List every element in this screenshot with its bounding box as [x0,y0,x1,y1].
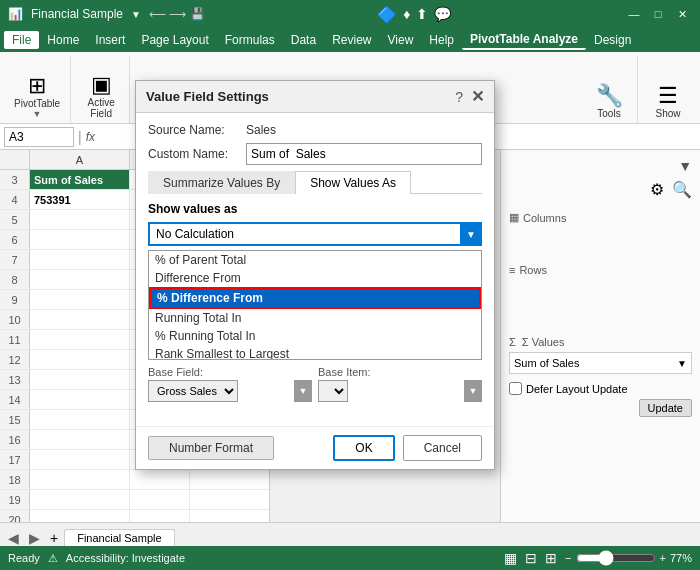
number-format-button[interactable]: Number Format [148,436,274,460]
pivot-rows-label: Rows [519,264,547,276]
modal-close-btn[interactable]: ✕ [471,87,484,106]
cell-b20[interactable] [130,510,190,522]
table-row: 19 [0,490,269,510]
pivot-values-title: Σ Σ Values [509,336,692,348]
cell-a12[interactable] [30,350,130,369]
menu-page-layout[interactable]: Page Layout [133,31,216,49]
cell-a13[interactable] [30,370,130,389]
zoom-minus-icon[interactable]: − [565,552,571,564]
row-num-12: 12 [0,350,30,369]
table-row: 18 [0,470,269,490]
cell-a9[interactable] [30,290,130,309]
sigma-icon: Σ [509,336,516,348]
pivot-expand-icon[interactable]: ▼ [678,158,692,174]
row-num-18: 18 [0,470,30,489]
row-num-9: 9 [0,290,30,309]
close-btn[interactable]: ✕ [672,4,692,24]
cloud-icon: ♦ [403,6,410,22]
row-num-3: 3 [0,170,30,189]
row-num-11: 11 [0,330,30,349]
modal-body: Source Name: Sales Custom Name: Summariz… [136,113,494,426]
list-item-running-total[interactable]: Running Total In [149,309,481,327]
cell-a18[interactable] [30,470,130,489]
cell-a5[interactable] [30,210,130,229]
menu-home[interactable]: Home [39,31,87,49]
tab-nav-left[interactable]: ◀ [4,530,23,546]
tab-nav-right[interactable]: ▶ [25,530,44,546]
active-field-btn[interactable]: ▣ ActiveField [79,72,123,121]
cell-a11[interactable] [30,330,130,349]
pivot-settings-icon[interactable]: ⚙ [650,180,664,199]
cell-a3[interactable]: Sum of Sales [30,170,130,189]
maximize-btn[interactable]: □ [648,4,668,24]
show-values-listbox[interactable]: % of Parent Total Difference From % Diff… [148,250,482,360]
pivot-icons-row: ⚙ 🔍 [509,180,692,199]
ok-button[interactable]: OK [333,435,394,461]
base-item-select[interactable] [318,380,348,402]
cell-b19[interactable] [130,490,190,509]
list-item-pct-running-total[interactable]: % Running Total In [149,327,481,345]
list-item-rank-smallest[interactable]: Rank Smallest to Largest [149,345,481,360]
pivottable-btn[interactable]: ⊞ PivotTable ▼ [10,73,64,121]
cell-a20[interactable] [30,510,130,522]
modal-footer: Number Format OK Cancel [136,426,494,469]
tab-add-icon[interactable]: + [46,530,62,546]
menu-bar: File Home Insert Page Layout Formulas Da… [0,28,700,52]
tools-label: Tools [597,108,620,119]
menu-data[interactable]: Data [283,31,324,49]
cell-a14[interactable] [30,390,130,409]
modal-help-btn[interactable]: ? [455,89,463,105]
base-field-row: Base Field: Gross Sales Sales Discounts … [148,366,482,406]
pivot-search-icon[interactable]: 🔍 [672,180,692,199]
tab-summarize-values[interactable]: Summarize Values By [148,171,295,194]
menu-formulas[interactable]: Formulas [217,31,283,49]
cell-a4[interactable]: 753391 [30,190,130,209]
cell-a15[interactable] [30,410,130,429]
base-field-arrow: ▼ [294,380,312,402]
menu-file[interactable]: File [4,31,39,49]
cell-a8[interactable] [30,270,130,289]
sheet-tab-financial[interactable]: Financial Sample [64,529,174,546]
menu-view[interactable]: View [380,31,422,49]
cell-a10[interactable] [30,310,130,329]
minimize-btn[interactable]: — [624,4,644,24]
defer-checkbox[interactable] [509,382,522,395]
update-button[interactable]: Update [639,399,692,417]
show-btn[interactable]: ☰ Show [646,83,690,121]
view-layout-icon[interactable]: ⊟ [525,550,537,566]
row-num-4: 4 [0,190,30,209]
ribbon-group-tools: 🔧 Tools [581,56,638,123]
sum-dropdown-icon[interactable]: ▼ [677,358,687,369]
custom-name-input[interactable] [246,143,482,165]
tools-btn[interactable]: 🔧 Tools [587,83,631,121]
base-field-select[interactable]: Gross Sales Sales Discounts [148,380,238,402]
cancel-button[interactable]: Cancel [403,435,482,461]
dropdown-icon[interactable]: ▼ [131,9,141,20]
cell-a16[interactable] [30,430,130,449]
cell-a6[interactable] [30,230,130,249]
cell-a7[interactable] [30,250,130,269]
row-num-8: 8 [0,270,30,289]
sum-of-sales-box[interactable]: Sum of Sales ▼ [509,352,692,374]
zoom-plus-icon[interactable]: + [660,552,666,564]
menu-pivot-analyze[interactable]: PivotTable Analyze [462,30,586,50]
table-row: 20 [0,510,269,522]
cell-a19[interactable] [30,490,130,509]
list-item-pct-difference-from[interactable]: % Difference From [149,287,481,309]
menu-help[interactable]: Help [421,31,462,49]
tab-show-values[interactable]: Show Values As [295,171,411,194]
menu-insert[interactable]: Insert [87,31,133,49]
zoom-slider[interactable] [576,550,656,566]
menu-review[interactable]: Review [324,31,379,49]
view-break-icon[interactable]: ⊞ [545,550,557,566]
list-item-parent-total[interactable]: % of Parent Total [149,251,481,269]
menu-design[interactable]: Design [586,31,639,49]
cell-b18[interactable] [130,470,190,489]
view-normal-icon[interactable]: ▦ [504,550,517,566]
show-values-dropdown[interactable]: No Calculation % of Grand Total % of Col… [148,222,482,246]
name-box[interactable] [4,127,74,147]
row-num-10: 10 [0,310,30,329]
list-item-difference-from[interactable]: Difference From [149,269,481,287]
cell-a17[interactable] [30,450,130,469]
title-bar-left: 📊 Financial Sample ▼ ⟵ ⟶ 💾 [8,7,205,21]
